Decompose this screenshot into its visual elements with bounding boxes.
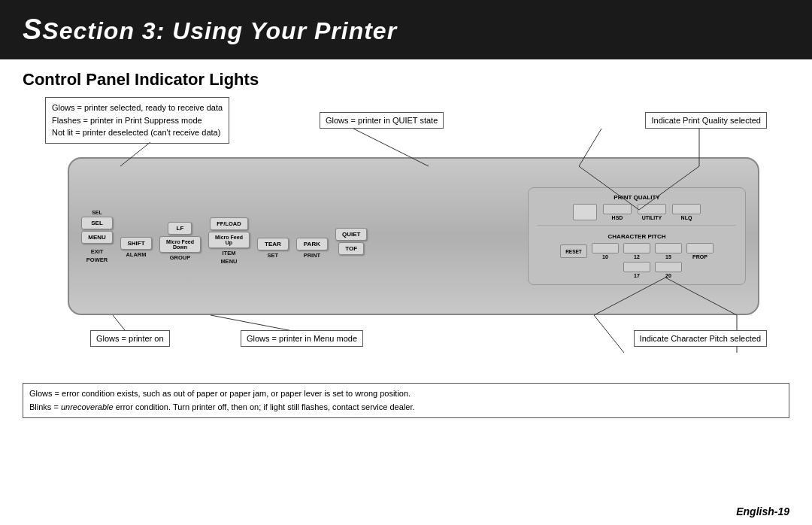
callout-glows-on: Glows = printer on: [90, 330, 170, 347]
annotation-line2: Flashes = printer in Print Suppress mode: [52, 114, 223, 127]
callout-quiet: Glows = printer in QUIET state: [320, 112, 444, 129]
hsd-label: HSD: [612, 215, 623, 220]
quiet-section: QUIET TOF: [335, 218, 367, 255]
lf-section: LF Micro FeedDown GROUP: [159, 212, 201, 261]
utility-label: UTILITY: [642, 215, 662, 220]
shift-section: SHIFT ALARM: [120, 215, 152, 258]
lf-button[interactable]: LF: [168, 222, 192, 235]
page-title: SSection 3: Using Your Printer: [23, 14, 789, 46]
nlq-label: NLQ: [681, 215, 692, 220]
reset-button[interactable]: RESET: [560, 244, 587, 258]
quiet-spacer: [350, 218, 352, 223]
print-quality-row: HSD UTILITY NLQ: [538, 204, 736, 220]
cp-20-button[interactable]: [655, 262, 682, 272]
sel-button[interactable]: SEL: [81, 217, 113, 229]
main-content: Glows = printer selected, ready to recei…: [0, 97, 812, 418]
tear-button[interactable]: TEAR: [257, 238, 289, 250]
set-label: SET: [268, 252, 279, 259]
error-line2: Blinks = unrecoverable error condition. …: [29, 401, 783, 414]
annotation-box-top-left: Glows = printer selected, ready to recei…: [45, 97, 229, 144]
group-label: GROUP: [170, 254, 191, 261]
unrecoverable-italic: unrecoverable: [61, 402, 114, 411]
footer-page-number: English-19: [736, 505, 789, 517]
utility-button[interactable]: [638, 204, 666, 214]
shift-button[interactable]: SHIFT: [120, 237, 152, 250]
park-button[interactable]: PARK: [296, 238, 328, 250]
tear-spacer: [272, 214, 274, 220]
print-quality-title: PRINT QUALITY: [538, 194, 736, 201]
cp-12-label: 12: [634, 254, 640, 259]
callout-print-quality: Indicate Print Quality selected: [645, 112, 767, 129]
callout-menu-mode: Glows = printer in Menu mode: [241, 330, 363, 347]
cp-17-group: 17: [623, 262, 650, 278]
item-label: ITEM: [222, 250, 235, 256]
nlq-button[interactable]: [672, 204, 701, 214]
diagram-area: Glows = printer selected, ready to recei…: [23, 97, 789, 383]
cp-prop-label: PROP: [692, 254, 707, 259]
character-pitch-row1: RESET 10 12 15: [538, 243, 736, 259]
cp-20-label: 20: [665, 273, 671, 278]
micro-feed-down-button[interactable]: Micro FeedDown: [159, 236, 201, 253]
character-pitch-row2: 17 20: [538, 262, 736, 278]
print-label: PRINT: [304, 252, 321, 259]
ffload-spacer: [228, 208, 229, 213]
cp-10-group: 10: [592, 243, 619, 259]
shift-spacer: [135, 215, 137, 220]
character-pitch-title: CHARACTER PITCH: [538, 233, 736, 240]
ffload-button[interactable]: FF/LOAD: [210, 217, 248, 230]
print-quality-section: PRINT QUALITY HSD UTILITY: [538, 194, 736, 226]
park-section: PARK PRINT: [296, 214, 328, 259]
sel-section: SEL SEL MENU EXIT POWER: [81, 210, 113, 263]
right-panel: PRINT QUALITY HSD UTILITY: [528, 187, 746, 285]
cp-15-group: 15: [655, 243, 682, 259]
tear-section: TEAR SET: [257, 214, 289, 259]
park-spacer: [311, 214, 313, 220]
hsd-btn-group: HSD: [603, 204, 632, 220]
cp-15-label: 15: [665, 254, 671, 259]
sel-top-label: SEL: [92, 210, 102, 215]
exit-label: EXIT: [91, 248, 104, 255]
cp-10-button[interactable]: [592, 243, 619, 253]
ffload-section: FF/LOAD Micro FeedUp ITEM MENU: [208, 208, 250, 265]
callout-char-pitch: Indicate Character Pitch selected: [634, 330, 767, 347]
pq-indicator-box: [573, 204, 597, 220]
header-title-rest: Section 3: Using Your Printer: [42, 17, 397, 44]
character-pitch-section: CHARACTER PITCH RESET 10 12: [538, 232, 736, 278]
cp-12-button[interactable]: [623, 243, 650, 253]
menu-button[interactable]: MENU: [81, 231, 113, 244]
cp-20-group: 20: [655, 262, 682, 278]
printer-panel: SEL SEL MENU EXIT POWER SHIFT ALARM LF: [68, 157, 759, 315]
utility-btn-group: UTILITY: [638, 204, 666, 220]
section-s-letter: S: [23, 14, 42, 45]
cp-15-button[interactable]: [655, 243, 682, 253]
cp-10-label: 10: [602, 254, 608, 259]
alarm-label: ALARM: [126, 251, 146, 258]
header-bar: SSection 3: Using Your Printer: [0, 0, 812, 59]
svg-line-6: [594, 315, 624, 353]
cp-prop-group: PROP: [686, 243, 714, 259]
lf-spacer: [180, 212, 181, 217]
nlq-btn-group: NLQ: [672, 204, 701, 220]
cp-17-label: 17: [634, 273, 640, 278]
annotation-line1: Glows = printer selected, ready to recei…: [52, 102, 223, 114]
menu-bottom-label: MENU: [220, 258, 237, 265]
cp-17-button[interactable]: [623, 262, 650, 272]
micro-feed-up-button[interactable]: Micro FeedUp: [208, 232, 250, 248]
cp-prop-button[interactable]: [686, 243, 714, 253]
annotation-line3: Not lit = printer deselected (can't rece…: [52, 126, 223, 139]
section-title: Control Panel Indicator Lights: [0, 70, 812, 90]
error-line1: Glows = error condition exists, such as …: [29, 387, 783, 401]
power-label: POWER: [86, 256, 108, 263]
cp-12-group: 12: [623, 243, 650, 259]
hsd-button[interactable]: [603, 204, 632, 214]
quiet-button[interactable]: QUIET: [335, 228, 367, 241]
tof-button[interactable]: TOF: [338, 242, 364, 255]
bottom-error-box: Glows = error condition exists, such as …: [23, 383, 789, 418]
